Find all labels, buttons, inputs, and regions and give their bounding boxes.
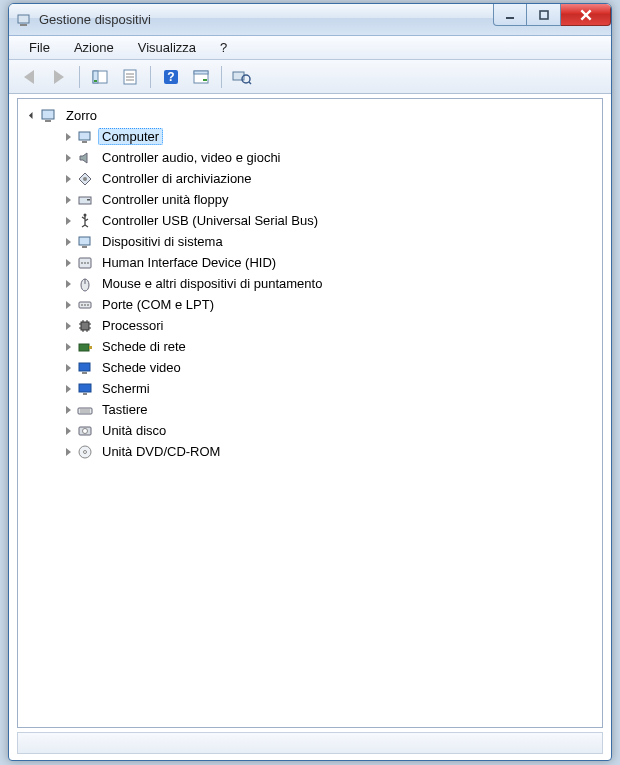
tree-item-label: Schede video bbox=[98, 359, 185, 376]
tree-item-label: Unità disco bbox=[98, 422, 170, 439]
svg-rect-29 bbox=[79, 237, 90, 245]
tree-item[interactable]: Porte (COM e LPT) bbox=[58, 294, 598, 315]
back-button[interactable] bbox=[15, 63, 43, 91]
maximize-button[interactable] bbox=[527, 4, 561, 26]
usb-icon bbox=[76, 212, 94, 230]
expander-icon[interactable] bbox=[62, 299, 74, 311]
svg-point-33 bbox=[84, 262, 86, 264]
svg-rect-6 bbox=[94, 80, 97, 82]
svg-rect-56 bbox=[78, 408, 92, 414]
tree-item[interactable]: Controller audio, video e giochi bbox=[58, 147, 598, 168]
expander-icon[interactable] bbox=[62, 215, 74, 227]
keyboard-icon bbox=[76, 401, 94, 419]
tree-item-label: Mouse e altri dispositivi di puntamento bbox=[98, 275, 326, 292]
svg-rect-41 bbox=[81, 322, 89, 330]
computer-icon bbox=[76, 128, 94, 146]
toolbar-separator bbox=[221, 66, 222, 88]
tree-item-label: Human Interface Device (HID) bbox=[98, 254, 280, 271]
tree-root-node[interactable]: Zorro bbox=[22, 105, 598, 126]
network-adapter-icon bbox=[76, 338, 94, 356]
svg-text:?: ? bbox=[167, 70, 174, 84]
tree-item[interactable]: Human Interface Device (HID) bbox=[58, 252, 598, 273]
tree-item[interactable]: Dispositivi di sistema bbox=[58, 231, 598, 252]
svg-point-39 bbox=[84, 304, 86, 306]
action-button[interactable] bbox=[187, 63, 215, 91]
tree-item[interactable]: Processori bbox=[58, 315, 598, 336]
toolbar-separator bbox=[150, 66, 151, 88]
tree-item[interactable]: Computer bbox=[58, 126, 598, 147]
expander-icon[interactable] bbox=[62, 425, 74, 437]
svg-rect-51 bbox=[89, 346, 92, 349]
monitor-icon bbox=[76, 380, 94, 398]
svg-rect-54 bbox=[79, 384, 91, 392]
tree-item[interactable]: Controller unità floppy bbox=[58, 189, 598, 210]
expander-icon[interactable] bbox=[62, 320, 74, 332]
show-hide-tree-button[interactable] bbox=[86, 63, 114, 91]
titlebar[interactable]: Gestione dispositivi bbox=[9, 4, 611, 36]
tree-item-label: Porte (COM e LPT) bbox=[98, 296, 218, 313]
expander-icon[interactable] bbox=[62, 362, 74, 374]
tree-item-label: Tastiere bbox=[98, 401, 152, 418]
svg-rect-20 bbox=[45, 120, 51, 122]
tree-item-label: Controller unità floppy bbox=[98, 191, 232, 208]
tree-item-label: Schermi bbox=[98, 380, 154, 397]
device-manager-window: Gestione dispositivi File Azione Visuali… bbox=[8, 3, 612, 761]
toolbar-separator bbox=[79, 66, 80, 88]
menu-view[interactable]: Visualizza bbox=[128, 37, 206, 58]
floppy-controller-icon bbox=[76, 191, 94, 209]
tree-item[interactable]: Controller di archiviazione bbox=[58, 168, 598, 189]
tree-item[interactable]: Schede video bbox=[58, 357, 598, 378]
tree-item[interactable]: Controller USB (Universal Serial Bus) bbox=[58, 210, 598, 231]
minimize-button[interactable] bbox=[493, 4, 527, 26]
expander-icon[interactable] bbox=[62, 278, 74, 290]
tree-item[interactable]: Mouse e altri dispositivi di puntamento bbox=[58, 273, 598, 294]
expander-icon[interactable] bbox=[62, 383, 74, 395]
expander-icon[interactable] bbox=[62, 257, 74, 269]
scan-hardware-button[interactable] bbox=[228, 63, 256, 91]
menu-file[interactable]: File bbox=[19, 37, 60, 58]
menubar: File Azione Visualizza ? bbox=[9, 36, 611, 60]
expander-icon[interactable] bbox=[62, 446, 74, 458]
svg-rect-19 bbox=[42, 110, 54, 119]
svg-point-25 bbox=[83, 177, 87, 181]
svg-rect-0 bbox=[18, 15, 29, 23]
svg-rect-15 bbox=[203, 79, 207, 81]
tree-item[interactable]: Schede di rete bbox=[58, 336, 598, 357]
app-icon bbox=[17, 12, 33, 28]
svg-rect-14 bbox=[194, 71, 208, 74]
svg-rect-30 bbox=[82, 246, 87, 248]
svg-point-62 bbox=[84, 450, 87, 453]
expander-icon[interactable] bbox=[62, 341, 74, 353]
expander-icon[interactable] bbox=[62, 404, 74, 416]
properties-button[interactable] bbox=[116, 63, 144, 91]
svg-rect-21 bbox=[79, 132, 90, 140]
svg-rect-55 bbox=[83, 393, 87, 395]
tree-content[interactable]: Zorro ComputerController audio, video e … bbox=[17, 98, 603, 728]
expander-icon[interactable] bbox=[62, 194, 74, 206]
svg-point-32 bbox=[81, 262, 83, 264]
expander-icon[interactable] bbox=[62, 236, 74, 248]
help-button[interactable]: ? bbox=[157, 63, 185, 91]
menu-action[interactable]: Azione bbox=[64, 37, 124, 58]
tree-item-label: Dispositivi di sistema bbox=[98, 233, 227, 250]
forward-button[interactable] bbox=[45, 63, 73, 91]
svg-rect-2 bbox=[506, 17, 514, 19]
tree-item-label: Schede di rete bbox=[98, 338, 190, 355]
tree-root-label: Zorro bbox=[62, 107, 101, 124]
expander-icon[interactable] bbox=[62, 131, 74, 143]
tree-item-label: Unità DVD/CD-ROM bbox=[98, 443, 224, 460]
expander-icon[interactable] bbox=[62, 173, 74, 185]
tree-item[interactable]: Unità disco bbox=[58, 420, 598, 441]
expander-icon[interactable] bbox=[26, 110, 38, 122]
svg-rect-22 bbox=[82, 141, 87, 143]
system-device-icon bbox=[76, 233, 94, 251]
close-button[interactable] bbox=[561, 4, 611, 26]
tree-item[interactable]: Tastiere bbox=[58, 399, 598, 420]
expander-icon[interactable] bbox=[62, 152, 74, 164]
tree-item[interactable]: Unità DVD/CD-ROM bbox=[58, 441, 598, 462]
storage-controller-icon bbox=[76, 170, 94, 188]
menu-help[interactable]: ? bbox=[210, 37, 237, 58]
tree-item[interactable]: Schermi bbox=[58, 378, 598, 399]
tree-item-label: Controller audio, video e giochi bbox=[98, 149, 285, 166]
svg-rect-1 bbox=[20, 24, 27, 26]
